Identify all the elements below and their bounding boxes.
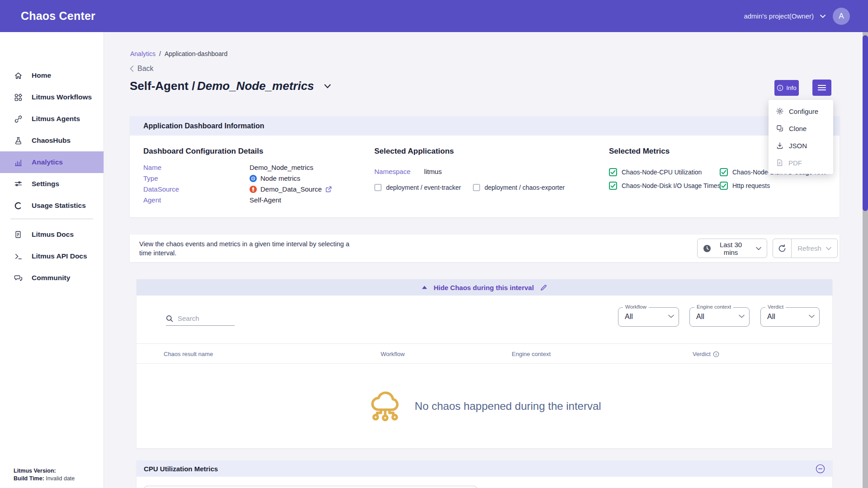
workflow-filter-select[interactable]: Workflow All <box>618 307 679 327</box>
engine-context-filter-value: All <box>696 313 704 321</box>
column-verdict: Verdict <box>693 351 719 357</box>
checkbox-event-tracker[interactable]: deployment / event-tracker <box>374 184 461 191</box>
chevron-down-icon <box>668 314 674 318</box>
usage-statistics-icon <box>14 202 23 210</box>
sidebar-divider <box>10 219 93 219</box>
menu-item-clone[interactable]: Clone <box>769 120 833 137</box>
agents-icon <box>14 115 23 123</box>
chevron-down-icon <box>756 247 761 250</box>
version-info: Litmus Version: Build Time: Invalid date <box>14 467 75 483</box>
refresh-dropdown-button[interactable]: Refresh <box>791 239 838 258</box>
checkbox-checked-icon <box>720 182 728 190</box>
page-title: Self-Agent / Demo_Node_metrics <box>130 79 331 93</box>
sidebar-item-analytics[interactable]: Analytics <box>0 151 104 173</box>
breadcrumb-analytics[interactable]: Analytics <box>130 50 156 57</box>
sidebar-item-litmus-workflows[interactable]: Litmus Workflows <box>0 86 104 108</box>
sidebar-item-litmus-agents[interactable]: Litmus Agents <box>0 108 104 130</box>
workflow-filter-value: All <box>625 313 633 321</box>
verdict-filter-value: All <box>767 313 775 321</box>
sidebar: Home Litmus Workflows Litmus Agents Chao… <box>0 32 104 488</box>
namespace-label: Namespace <box>374 168 410 175</box>
title-chevron-down-icon[interactable] <box>324 84 331 89</box>
project-label: admin's project(Owner) <box>744 12 814 20</box>
home-icon <box>14 71 23 80</box>
collapse-minus-icon[interactable] <box>816 464 825 474</box>
sidebar-item-litmus-api-docs[interactable]: Litmus API Docs <box>0 245 104 267</box>
interval-description: View the chaos events and metrics in a g… <box>139 239 352 258</box>
sidebar-item-home[interactable]: Home <box>0 65 104 86</box>
info-icon <box>777 84 783 91</box>
title-dashboard-name: Demo_Node_metrics <box>197 79 314 93</box>
pencil-icon[interactable] <box>540 284 547 291</box>
sidebar-item-litmus-docs[interactable]: Litmus Docs <box>0 224 104 245</box>
community-icon <box>14 274 23 282</box>
scrollbar-track[interactable] <box>863 32 868 488</box>
column-engine-context: Engine context <box>512 351 551 357</box>
chevron-left-icon <box>130 66 134 72</box>
config-name-label: Name <box>143 164 250 171</box>
app-title: Chaos Center <box>21 9 95 23</box>
verdict-filter-select[interactable]: Verdict All <box>760 307 820 327</box>
gear-icon <box>776 108 783 115</box>
hamburger-icon <box>818 84 826 91</box>
download-icon <box>776 142 783 149</box>
document-icon <box>14 230 23 239</box>
sidebar-item-community[interactable]: Community <box>0 267 104 289</box>
cpu-metrics-panel: CPU Utilization Metrics <box>137 460 832 488</box>
refresh-icon <box>778 244 787 253</box>
search-icon <box>166 315 173 322</box>
time-range-select[interactable]: Last 30 mins <box>697 239 767 258</box>
checkbox-metric-disk-times[interactable]: Chaos-Node-Disk I/O Usage Times <box>609 182 720 190</box>
reload-button[interactable] <box>773 239 792 258</box>
breadcrumb-separator: / <box>159 50 161 57</box>
chaos-table-panel: Hide Chaos during this interval Workflow… <box>137 279 832 448</box>
column-workflow: Workflow <box>381 351 405 357</box>
checkbox-metric-cpu[interactable]: Chaos-Node-CPU Utilization <box>609 168 720 176</box>
title-agent: Self-Agent / <box>130 79 195 93</box>
column-chaos-result-name: Chaos result name <box>164 351 213 357</box>
search-field <box>166 314 235 326</box>
config-datasource-value: Demo_Data_Source <box>250 185 360 193</box>
kebab-menu-button[interactable] <box>812 80 831 96</box>
chevron-down-icon <box>826 247 831 250</box>
info-icon[interactable] <box>713 351 719 357</box>
clock-icon <box>703 244 711 253</box>
cpu-metrics-header: CPU Utilization Metrics <box>137 460 832 477</box>
checkbox-chaos-exporter[interactable]: deployment / chaos-exporter <box>473 184 565 191</box>
verdict-filter-label: Verdict <box>765 304 786 310</box>
external-link-icon[interactable] <box>326 186 332 192</box>
checkbox-unchecked-icon <box>473 184 480 191</box>
search-input[interactable] <box>178 314 227 322</box>
sidebar-item-chaoshubs[interactable]: ChaosHubs <box>0 130 104 151</box>
scrollbar-thumb[interactable] <box>863 35 868 211</box>
dashboard-actions-menu: Configure Clone JSON PDF <box>769 100 833 174</box>
breadcrumb-current: Application-dashboard <box>165 50 227 57</box>
config-type-value: Node metrics <box>250 174 360 182</box>
workflows-icon <box>14 93 23 102</box>
interval-panel: View the chaos events and metrics in a g… <box>130 235 840 262</box>
checkbox-checked-icon <box>609 182 617 190</box>
sidebar-item-usage-statistics[interactable]: Usage Statistics <box>0 195 104 216</box>
checkbox-metric-http[interactable]: Http requests <box>720 182 835 190</box>
sidebar-item-settings[interactable]: Settings <box>0 173 104 195</box>
menu-item-json[interactable]: JSON <box>769 137 833 154</box>
config-details-section: Dashboard Configuration Details Name Dem… <box>143 147 360 204</box>
project-switcher[interactable]: admin's project(Owner) <box>744 12 826 20</box>
empty-state: No chaos happened during the interval <box>137 364 832 448</box>
copy-icon <box>776 125 783 132</box>
config-agent-label: Agent <box>143 196 250 204</box>
config-details-title: Dashboard Configuration Details <box>143 147 360 156</box>
chaoshubs-icon <box>14 136 23 145</box>
menu-item-pdf[interactable]: PDF <box>769 154 833 171</box>
engine-context-filter-select[interactable]: Engine context All <box>689 307 750 327</box>
menu-item-configure[interactable]: Configure <box>769 103 833 120</box>
hide-chaos-toggle[interactable]: Hide Chaos during this interval <box>137 279 832 296</box>
config-agent-value: Self-Agent <box>250 196 360 204</box>
chaos-table-header: Chaos result name Workflow Engine contex… <box>137 343 832 364</box>
selected-applications-section: Selected Applications Namespace litmus d… <box>374 147 587 191</box>
config-datasource-label: DataSource <box>143 185 250 193</box>
avatar[interactable]: A <box>833 8 850 25</box>
file-icon <box>776 159 783 166</box>
info-button[interactable]: Info <box>774 80 799 96</box>
back-button[interactable]: Back <box>130 65 154 73</box>
